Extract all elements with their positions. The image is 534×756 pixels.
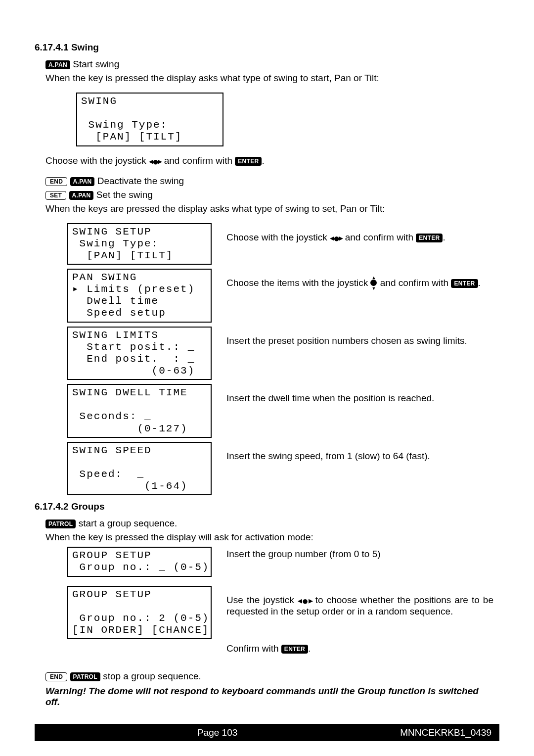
- swing-speed-desc: Insert the swing speed, from 1 (slow) to…: [226, 442, 499, 462]
- period: .: [262, 155, 264, 166]
- footer-page-number: Page 103: [35, 727, 400, 738]
- lcd-swing-dwell: SWING DWELL TIME Seconds: _ (0-127): [67, 384, 212, 438]
- end-button[interactable]: END: [45, 177, 67, 186]
- period4: .: [308, 643, 311, 654]
- swing-limits-desc: Insert the preset position numbers chose…: [226, 327, 499, 346]
- lcd-group-setup-2: GROUP SETUP Group no.: 2 (0-5) [IN ORDER…: [67, 586, 212, 640]
- psd-pre: Choose the items with the joystick: [226, 278, 370, 288]
- lcd-pan-swing: PAN SWING ▸ Limits (preset) Dwell time S…: [67, 269, 212, 323]
- lcd-group-setup-1: GROUP SETUP Group no.: _ (0-5): [67, 547, 212, 576]
- groups-when-press-text: When the key is pressed the display will…: [45, 532, 499, 543]
- ssd-pre: Choose with the joystick: [226, 232, 330, 242]
- end-button-2[interactable]: END: [45, 672, 67, 681]
- swing-when-press-text: When the key is pressed the display asks…: [45, 73, 499, 84]
- choose-pre: Choose with the joystick: [45, 155, 149, 166]
- choose-confirm-line: Choose with the joystick ◂●▸ and confirm…: [45, 155, 499, 167]
- joystick-horizontal-icon-2: ◂●▸: [330, 233, 342, 243]
- set-button[interactable]: SET: [45, 191, 66, 200]
- enter-button-2[interactable]: ENTER: [416, 234, 443, 242]
- joystick-vertical-icon: [370, 278, 377, 288]
- patrol-button-2[interactable]: PATROL: [70, 672, 100, 681]
- enter-button-4[interactable]: ENTER: [281, 645, 308, 654]
- start-group-text: start a group sequence.: [79, 518, 178, 528]
- lcd-swing-speed: SWING SPEED Speed: _ (1-64): [67, 442, 212, 496]
- period2: .: [443, 232, 445, 242]
- deactivate-text: Deactivate the swing: [97, 176, 184, 186]
- set-swing-text: Set the swing: [96, 189, 153, 200]
- joystick-horizontal-icon-3: ◂●▸: [298, 596, 312, 606]
- lcd-swing-setup: SWING SETUP Swing Type: [PAN] [TILT]: [67, 223, 212, 265]
- confirm-line: Confirm with ENTER.: [226, 643, 499, 654]
- stop-group-line: END PATROL stop a group sequence.: [45, 671, 499, 682]
- footer-doc-id: MNNCEKRKB1_0439: [400, 727, 499, 738]
- joystick-horizontal-icon: ◂●▸: [149, 156, 161, 166]
- start-swing-text: Start swing: [73, 59, 119, 69]
- patrol-button[interactable]: PATROL: [45, 520, 76, 528]
- group-setup2-desc: Use the joystick ◂●▸ to choose whether t…: [226, 586, 499, 617]
- ssd-mid: and confirm with: [342, 232, 416, 242]
- gs2-pre: Use the joystick: [226, 595, 298, 605]
- confirm-pre: Confirm with: [226, 643, 281, 654]
- apan-button-3[interactable]: A.PAN: [69, 191, 94, 200]
- set-swing-line: SET A.PAN Set the swing: [45, 189, 499, 200]
- section-heading-swing: 6.17.4.1 Swing: [35, 42, 499, 53]
- page-footer: Page 103 MNNCEKRKB1_0439: [35, 724, 499, 742]
- deactivate-line: END A.PAN Deactivate the swing: [45, 176, 499, 187]
- start-group-line: PATROL start a group sequence.: [45, 518, 499, 529]
- group-setup1-desc: Insert the group number (from 0 to 5): [226, 547, 499, 560]
- lcd-swing-limits: SWING LIMITS Start posit.: _ End posit. …: [67, 327, 212, 380]
- apan-button-2[interactable]: A.PAN: [70, 177, 95, 186]
- pan-swing-desc: Choose the items with the joystick and c…: [226, 269, 499, 288]
- section-heading-groups: 6.17.4.2 Groups: [35, 501, 499, 512]
- stop-group-text: stop a group sequence.: [103, 671, 201, 681]
- swing-setup-desc: Choose with the joystick ◂●▸ and confirm…: [226, 223, 499, 243]
- enter-button[interactable]: ENTER: [235, 157, 262, 166]
- swing-dwell-desc: Insert the dwell time when the position …: [226, 384, 499, 404]
- start-swing-line: A.PAN Start swing: [45, 59, 499, 70]
- apan-button[interactable]: A.PAN: [45, 60, 70, 69]
- choose-mid: and confirm with: [161, 155, 235, 166]
- psd-mid: and confirm with: [377, 278, 451, 288]
- warning-text: Warning! The dome will not respond to ke…: [45, 686, 489, 708]
- lcd-swing: SWING Swing Type: [PAN] [TILT]: [76, 93, 223, 146]
- enter-button-3[interactable]: ENTER: [451, 279, 478, 288]
- when-keys-text: When the keys are pressed the display as…: [45, 203, 499, 214]
- period3: .: [478, 278, 481, 288]
